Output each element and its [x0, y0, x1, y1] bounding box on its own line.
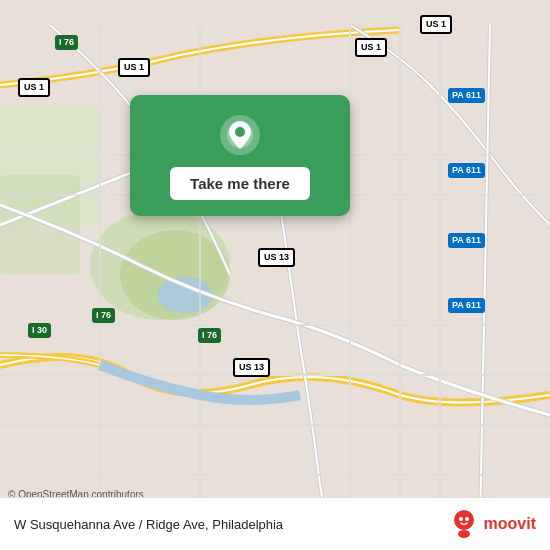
badge-us13-a: US 13 [258, 248, 295, 267]
badge-pa611-b: PA 611 [448, 163, 485, 178]
badge-us1-d: US 1 [420, 15, 452, 34]
badge-pa611-a: PA 611 [448, 88, 485, 103]
location-label: W Susquehanna Ave / Ridge Ave, Philadelp… [14, 517, 283, 532]
svg-point-25 [458, 530, 470, 538]
badge-us1-b: US 1 [18, 78, 50, 97]
svg-point-26 [459, 517, 463, 521]
take-me-there-button[interactable]: Take me there [170, 167, 310, 200]
svg-point-27 [465, 517, 469, 521]
map-container: I 76 US 1 US 1 US 1 US 1 PA 611 PA 611 P… [0, 0, 550, 550]
moovit-brand-icon [448, 508, 480, 540]
badge-pa611-d: PA 611 [448, 298, 485, 313]
badge-i76-top: I 76 [55, 35, 78, 50]
badge-i76-bottom-b: I 76 [198, 328, 221, 343]
moovit-brand-name: moovit [484, 515, 536, 533]
popup-card: Take me there [130, 95, 350, 216]
moovit-logo: moovit [448, 508, 536, 540]
badge-i76-bottom-a: I 76 [92, 308, 115, 323]
location-pin-icon [218, 113, 262, 157]
badge-i30: I 30 [28, 323, 51, 338]
svg-point-23 [235, 127, 245, 137]
svg-rect-5 [0, 175, 80, 275]
bottom-bar: W Susquehanna Ave / Ridge Ave, Philadelp… [0, 497, 550, 550]
badge-us13-b: US 13 [233, 358, 270, 377]
badge-us1-a: US 1 [118, 58, 150, 77]
svg-point-24 [454, 510, 474, 530]
badge-pa611-c: PA 611 [448, 233, 485, 248]
badge-us1-c: US 1 [355, 38, 387, 57]
